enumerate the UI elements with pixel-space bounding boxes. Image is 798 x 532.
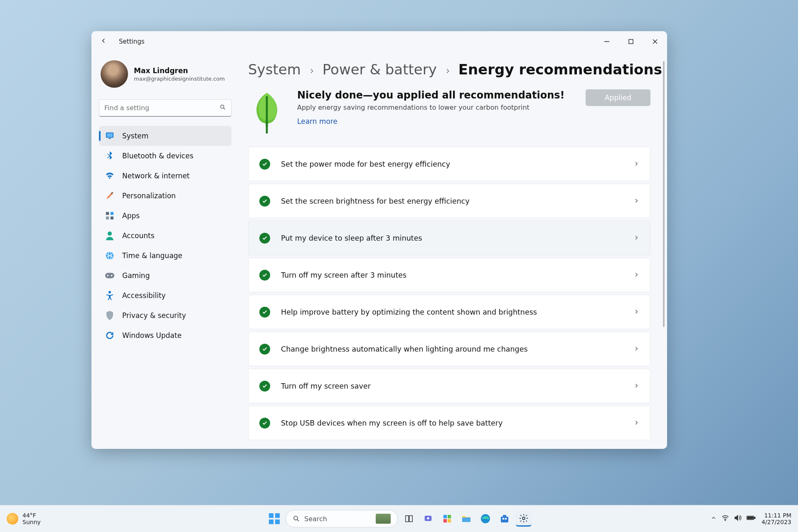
breadcrumb-item[interactable]: System xyxy=(248,61,301,78)
recommendation-label: Set the power mode for best energy effic… xyxy=(281,160,633,168)
hero-title: Nicely done—you applied all recommendati… xyxy=(297,89,586,101)
sidebar-item-label: Time & language xyxy=(122,251,182,260)
svg-rect-39 xyxy=(501,517,508,522)
gamepad-icon xyxy=(105,271,115,281)
check-icon xyxy=(259,270,270,281)
svg-line-5 xyxy=(224,108,225,109)
recommendation-row[interactable]: Turn off my screen saver xyxy=(248,369,650,403)
check-icon xyxy=(259,344,270,355)
chevron-right-icon xyxy=(633,271,639,279)
chevron-right-icon xyxy=(308,65,315,77)
sidebar-item-label: Privacy & security xyxy=(122,311,186,320)
tray-battery-icon[interactable] xyxy=(746,515,756,522)
chevron-right-icon xyxy=(633,160,639,168)
hero: Nicely done—you applied all recommendati… xyxy=(248,89,667,135)
chat-icon[interactable] xyxy=(420,511,436,527)
sidebar-item-windows-update[interactable]: Windows Update xyxy=(99,325,232,345)
store-icon[interactable] xyxy=(497,511,512,527)
svg-rect-1 xyxy=(629,39,633,44)
sidebar-item-privacy-security[interactable]: Privacy & security xyxy=(99,305,232,325)
svg-point-44 xyxy=(725,520,726,521)
svg-rect-47 xyxy=(748,517,754,519)
check-icon xyxy=(259,418,270,429)
widgets-icon[interactable] xyxy=(439,511,455,527)
close-button[interactable] xyxy=(643,31,667,52)
svg-rect-23 xyxy=(269,513,273,518)
recommendation-row[interactable]: Stop USB devices when my screen is off t… xyxy=(248,406,650,440)
globe-icon xyxy=(105,251,115,261)
recommendation-row[interactable]: Change brightness automatically when lig… xyxy=(248,332,650,366)
check-icon xyxy=(259,381,270,392)
settings-icon[interactable] xyxy=(516,511,532,527)
tray-wifi-icon[interactable] xyxy=(722,515,729,522)
chevron-right-icon xyxy=(633,308,639,316)
svg-point-43 xyxy=(522,517,525,520)
svg-point-32 xyxy=(427,517,429,520)
sidebar-item-label: Accounts xyxy=(122,232,155,240)
clock[interactable]: 11:11 PM 4/27/2023 xyxy=(761,512,791,525)
explorer-icon[interactable] xyxy=(458,511,474,527)
svg-rect-29 xyxy=(406,516,409,522)
edge-icon[interactable] xyxy=(478,511,493,527)
weather-icon xyxy=(7,513,18,525)
search-input[interactable] xyxy=(104,104,219,112)
recommendations-list: Set the power mode for best energy effic… xyxy=(248,147,667,440)
svg-rect-11 xyxy=(106,212,109,215)
tray-chevron-icon[interactable] xyxy=(711,515,717,522)
scrollbar[interactable] xyxy=(663,61,665,327)
profile-name: Max Lindgren xyxy=(134,66,225,75)
person-icon xyxy=(105,231,115,241)
sidebar-item-system[interactable]: System xyxy=(99,126,232,146)
recommendation-row[interactable]: Put my device to sleep after 3 minutes xyxy=(248,221,650,255)
check-icon xyxy=(259,196,270,207)
recommendation-row[interactable]: Set the screen brightness for best energ… xyxy=(248,184,650,218)
sidebar-item-label: Personalization xyxy=(122,192,176,200)
sidebar-item-apps[interactable]: Apps xyxy=(99,206,232,226)
tray-volume-icon[interactable] xyxy=(734,515,741,523)
bluetooth-icon xyxy=(105,151,115,161)
svg-rect-26 xyxy=(275,520,280,524)
recommendation-row[interactable]: Turn off my screen after 3 minutes xyxy=(248,258,650,292)
profile-block[interactable]: Max Lindgren max@graphicdesigninstitute.… xyxy=(101,60,228,88)
sidebar-item-accounts[interactable]: Accounts xyxy=(99,226,232,246)
taskbar-search[interactable]: Search xyxy=(286,510,398,527)
recommendation-row[interactable]: Help improve battery by optimizing the c… xyxy=(248,295,650,329)
weather-widget[interactable]: 44°F Sunny xyxy=(7,512,41,525)
svg-point-15 xyxy=(108,232,112,236)
sidebar-item-bluetooth-devices[interactable]: Bluetooth & devices xyxy=(99,146,232,166)
clock-date: 4/27/2023 xyxy=(761,519,791,525)
svg-rect-34 xyxy=(448,515,451,518)
clock-time: 11:11 PM xyxy=(761,512,791,519)
sidebar-item-time-language[interactable]: Time & language xyxy=(99,246,232,266)
start-button[interactable] xyxy=(266,511,282,527)
sidebar-item-label: System xyxy=(122,132,148,140)
avatar xyxy=(101,60,128,88)
sidebar-item-label: Accessibility xyxy=(122,291,166,300)
svg-point-16 xyxy=(106,252,113,259)
hero-subtitle: Apply energy saving recommendations to l… xyxy=(297,103,586,111)
recommendation-row[interactable]: Set the power mode for best energy effic… xyxy=(248,147,650,181)
svg-line-28 xyxy=(297,520,299,521)
brush-icon xyxy=(105,191,115,201)
search-settings[interactable] xyxy=(99,99,232,117)
svg-rect-33 xyxy=(443,515,447,518)
leaf-icon xyxy=(248,89,286,135)
breadcrumb-item[interactable]: Power & battery xyxy=(323,61,437,78)
task-view-icon[interactable] xyxy=(401,511,417,527)
svg-rect-7 xyxy=(107,133,113,137)
settings-window: Settings Max Lindgren max@graphicdesigni… xyxy=(91,31,667,449)
maximize-button[interactable] xyxy=(619,31,643,52)
learn-more-link[interactable]: Learn more xyxy=(297,117,337,126)
sidebar-item-accessibility[interactable]: Accessibility xyxy=(99,286,232,305)
sidebar-item-label: Bluetooth & devices xyxy=(122,152,193,160)
sidebar-item-network-internet[interactable]: Network & internet xyxy=(99,166,232,186)
sidebar-item-label: Windows Update xyxy=(122,331,182,340)
recommendation-label: Set the screen brightness for best energ… xyxy=(281,197,633,205)
minimize-button[interactable] xyxy=(595,31,619,52)
sidebar-item-personalization[interactable]: Personalization xyxy=(99,186,232,206)
sidebar-item-gaming[interactable]: Gaming xyxy=(99,266,232,286)
chevron-right-icon xyxy=(633,419,639,427)
back-button[interactable] xyxy=(100,37,110,46)
monitor-icon xyxy=(105,131,115,141)
chevron-right-icon xyxy=(633,345,639,353)
